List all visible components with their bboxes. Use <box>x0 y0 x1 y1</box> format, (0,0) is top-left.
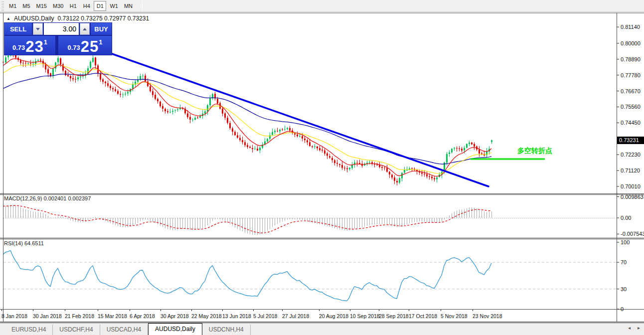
date-axis-tick: 28 Sep 2018 <box>379 313 409 319</box>
timeframe-button-w1[interactable]: W1 <box>107 1 121 11</box>
price-axis-tick: 0.76670 <box>621 88 641 94</box>
volume-input[interactable] <box>44 23 79 35</box>
timeframe-button-h4[interactable]: H4 <box>80 1 93 11</box>
date-axis-tick: 15 Mar 2018 <box>98 313 127 319</box>
buy-button[interactable]: BUY <box>91 23 112 35</box>
date-axis-tick: 21 Feb 2018 <box>65 313 94 319</box>
chart-tab-usdcad-h4[interactable]: USDCAD,H4 <box>100 325 148 335</box>
chart-header: ▲ AUDUSD,Daily 0.73122 0.73275 0.72977 0… <box>6 15 149 22</box>
date-axis-tick: 13 Jun 2018 <box>222 313 251 319</box>
tab-scroll-left-icon[interactable]: ◂ <box>628 326 631 331</box>
macd-axis-tick: 0.009863 <box>621 194 644 200</box>
date-axis-tick: 20 Aug 2018 <box>319 313 348 319</box>
arrow-down-icon <box>36 28 40 30</box>
sell-price-big: 23 <box>25 39 43 54</box>
mt4-terminal: { "toolbar": { "timeframes": ["M1","M5",… <box>0 0 644 335</box>
date-axis-tick: 30 Jan 2018 <box>33 313 62 319</box>
tab-scroll-right-icon[interactable]: ▸ <box>638 326 640 331</box>
rsi-indicator-label: RSI(14) 64.6511 <box>4 240 44 246</box>
buy-price-big: 25 <box>81 39 99 54</box>
current-price-tag: 0.73231 <box>617 137 644 144</box>
macd-indicator-label: MACD(12,26,9) 0.002401 0.002397 <box>4 195 91 201</box>
volume-increase-button[interactable] <box>80 23 90 35</box>
price-axis-tick: 0.77780 <box>621 72 641 78</box>
chart-tab-bar: EURUSD,H4USDCHF,H4USDCAD,H4AUDUSD,DailyU… <box>0 323 644 335</box>
price-axis-tick: 0.74450 <box>621 120 641 126</box>
sell-price-small: 0.73 <box>12 44 25 51</box>
rsi-axis-tick: 0 <box>621 306 624 312</box>
arrow-up-icon <box>83 28 87 30</box>
date-axis-tick: 22 May 2018 <box>191 313 222 319</box>
volume-decrease-button[interactable] <box>33 23 43 35</box>
date-axis-tick: 8 Jan 2018 <box>1 313 27 319</box>
timeframe-buttons: M1M5M15M30H1H4D1W1MN <box>6 1 136 11</box>
price-axis-tick: 0.71120 <box>621 168 640 173</box>
trade-volume-row: SELL BUY <box>4 23 112 35</box>
price-axis-tick: 0.75560 <box>621 104 641 110</box>
date-axis-tick: 5 Jul 2018 <box>253 313 277 319</box>
buy-price-small: 0.73 <box>67 44 80 51</box>
timeframe-toolbar: M1M5M15M30H1H4D1W1MN <box>0 0 644 12</box>
date-axis-tick: 30 Apr 2018 <box>161 313 189 319</box>
buy-price-box[interactable]: 0.73 25 1 <box>58 36 112 55</box>
timeframe-button-m1[interactable]: M1 <box>6 1 19 11</box>
rsi-axis-tick: 30 <box>621 286 627 292</box>
timeframe-button-h1[interactable]: H1 <box>67 1 79 11</box>
date-axis-tick: 10 Sep 2018 <box>350 313 380 319</box>
price-axis-tick: 0.81140 <box>621 24 640 30</box>
tab-scroll-arrows: ◂ ▸ <box>628 326 640 331</box>
sell-price-sup: 1 <box>44 38 47 46</box>
timeframe-button-m30[interactable]: M30 <box>50 1 66 11</box>
chart-tab-eurusd-h4[interactable]: EURUSD,H4 <box>5 325 53 335</box>
rsi-axis-tick: 70 <box>621 259 627 265</box>
price-axis-tick: 0.80000 <box>621 40 641 46</box>
chart-tab-usdchf-h4[interactable]: USDCHF,H4 <box>53 325 100 335</box>
rsi-axis-tick: 100 <box>621 239 630 245</box>
sell-button[interactable]: SELL <box>4 23 32 35</box>
macd-axis-tick: -0.007543 <box>621 231 644 237</box>
date-axis-tick: 6 Apr 2018 <box>130 313 155 319</box>
sell-price-box[interactable]: 0.73 23 1 <box>4 36 55 55</box>
price-axis-tick: 0.78890 <box>621 56 641 62</box>
timeframe-button-d1[interactable]: D1 <box>94 1 106 11</box>
collapse-chart-icon[interactable]: ▲ <box>6 16 10 21</box>
date-axis-tick: 5 Nov 2018 <box>441 313 468 319</box>
timeframe-button-mn[interactable]: MN <box>122 1 135 11</box>
chart-symbol-label: AUDUSD,Daily <box>14 15 54 22</box>
macd-axis-tick: 0.00 <box>621 215 631 221</box>
trade-price-row: 0.73 23 1 0.73 25 1 <box>4 36 112 55</box>
one-click-trading-panel: SELL BUY 0.73 23 1 0.73 25 1 <box>4 22 112 55</box>
date-axis-tick: 27 Jul 2018 <box>282 313 309 319</box>
buy-price-sup: 1 <box>99 38 102 46</box>
price-axis-tick: 0.72230 <box>621 152 641 158</box>
timeframe-button-m5[interactable]: M5 <box>20 1 32 11</box>
chart-ohlc-values: 0.73122 0.73275 0.72977 0.73231 <box>58 15 150 22</box>
toolbar-grip-icon[interactable] <box>1 1 4 11</box>
date-axis-tick: 17 Oct 2018 <box>409 313 437 319</box>
date-axis-tick: 23 Nov 2018 <box>473 313 502 319</box>
chart-tab-usdcnh-h4[interactable]: USDCNH,H4 <box>202 325 251 335</box>
price-axis-tick: 0.70010 <box>621 183 641 189</box>
toolbar-separator <box>142 1 143 11</box>
chart-tabs: EURUSD,H4USDCHF,H4USDCAD,H4AUDUSD,DailyU… <box>5 323 251 335</box>
trend-annotation-text: 多空转折点 <box>517 147 552 156</box>
chart-tab-audusd-daily[interactable]: AUDUSD,Daily <box>148 323 202 335</box>
timeframe-button-m15[interactable]: M15 <box>34 1 49 11</box>
